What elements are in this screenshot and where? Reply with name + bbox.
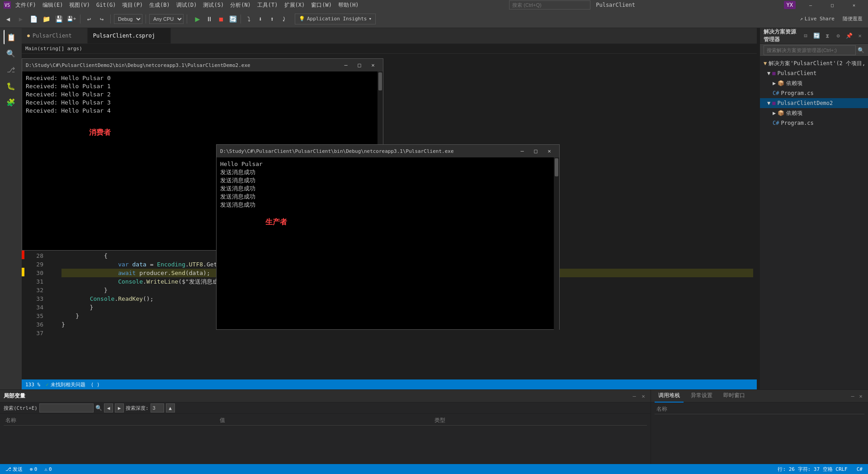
git-icon: ⎇ [5, 466, 11, 472]
menu-help[interactable]: 帮助(H) [336, 0, 361, 10]
search-back-btn[interactable]: ◀ [104, 403, 113, 412]
pin-icon[interactable]: 📌 [844, 31, 854, 40]
consumer-maximize-btn[interactable]: □ [353, 60, 366, 70]
activity-extensions[interactable]: 🧩 [4, 95, 18, 109]
menu-tools[interactable]: 工具(T) [255, 0, 280, 10]
search-depth-input[interactable] [151, 403, 164, 412]
refresh-icon[interactable]: 🔄 [812, 31, 821, 40]
member-label[interactable]: 随便逛逛 [840, 14, 865, 24]
local-vars-close-icon[interactable]: ✕ [640, 393, 647, 400]
call-stack-min-icon[interactable]: — [849, 393, 856, 400]
toolbar-save-all[interactable]: 💾+ [66, 14, 77, 24]
search-fwd-btn[interactable]: ▶ [115, 403, 124, 412]
producer-minimize-btn[interactable]: — [516, 146, 528, 156]
local-vars-minimize-icon[interactable]: — [631, 393, 638, 400]
menu-view[interactable]: 视图(V) [67, 0, 92, 10]
tab-immediate[interactable]: 即时窗口 [720, 390, 749, 403]
tab-exception-settings[interactable]: 异常设置 [687, 390, 716, 403]
live-share-button[interactable]: ↗ Live Share [796, 14, 838, 24]
toolbar-sep-4 [187, 14, 187, 24]
minimize-button[interactable]: — [800, 0, 821, 10]
toolbar-undo[interactable]: ↩ [84, 14, 94, 24]
consumer-minimize-btn[interactable]: — [340, 60, 352, 70]
run-to-cursor-btn[interactable]: ⤸ [278, 14, 289, 24]
menu-build[interactable]: 生成(B) [147, 0, 172, 10]
tab-call-stack[interactable]: 调用堆栈 [655, 390, 684, 403]
project-pulsarclientdemo2[interactable]: ▼ ■ PulsarClientDemo2 [760, 98, 868, 108]
close-button[interactable]: ✕ [844, 0, 864, 10]
pulsarclient-deps[interactable]: ▶ 📦 依赖项 [760, 78, 868, 88]
consumer-scroll-thumb[interactable] [378, 72, 382, 90]
git-branch-label: 发送 [13, 466, 23, 473]
pause-btn[interactable]: ⏸ [204, 14, 215, 24]
main-area: 📋 🔍 ⎇ 🐛 🧩 ● PulsarClient ✕ PulsarClient.… [0, 28, 868, 464]
menu-extensions[interactable]: 扩展(X) [283, 0, 307, 10]
collapse-all-icon[interactable]: ⊟ [801, 31, 810, 40]
step-out-btn[interactable]: ⬆ [267, 14, 278, 24]
insights-chevron: ▾ [368, 16, 372, 22]
producer-scrollbar[interactable] [554, 157, 559, 342]
producer-console-titlebar[interactable]: D:\Study\C#\PulsarClient\PulsarClient\bi… [217, 145, 559, 157]
activity-debug[interactable]: 🐛 [4, 79, 18, 93]
consumer-line-0: Received: Hello Pulsar 0 [26, 74, 379, 82]
git-branch-status[interactable]: ⎇ 发送 [4, 466, 24, 473]
menu-git[interactable]: Git(G) [94, 1, 118, 9]
local-vars-search-icon[interactable]: 🔍 [95, 405, 102, 411]
activity-git[interactable]: ⎇ [4, 62, 18, 77]
toolbar-redo[interactable]: ↪ [96, 14, 107, 24]
project-pulsarclient[interactable]: ▼ ■ PulsarClient [760, 68, 868, 78]
app-title: PulsarClient [596, 2, 635, 8]
proj-label-2: PulsarClientDemo2 [777, 100, 833, 106]
platform-select[interactable]: Any CPU [149, 14, 184, 24]
activity-search[interactable]: 🔍 [4, 46, 18, 61]
language-status[interactable]: C# [855, 466, 864, 472]
pulsarclientdemo2-deps[interactable]: ▶ 📦 依赖项 [760, 108, 868, 118]
toolbar-open[interactable]: 📁 [41, 14, 52, 24]
solution-root[interactable]: ▼ 解决方案'PulsarClient'(2 个项目, 共 2 个) [760, 58, 868, 68]
producer-console-window[interactable]: D:\Study\C#\PulsarClient\PulsarClient\bi… [216, 144, 560, 330]
line-col-status[interactable]: 行: 26 字符: 37 空格 CRLF [776, 466, 849, 473]
menu-file[interactable]: 文件(F) [14, 0, 38, 10]
producer-maximize-btn[interactable]: □ [529, 146, 542, 156]
consumer-close-btn[interactable]: ✕ [367, 60, 379, 70]
panel-close-icon[interactable]: ✕ [855, 31, 864, 40]
solution-settings-icon[interactable]: ⚙ [834, 31, 843, 40]
stop-btn[interactable]: ■ [216, 14, 226, 24]
maximize-button[interactable]: □ [822, 0, 843, 10]
depth-up-btn[interactable]: ▲ [166, 403, 175, 412]
insights-button[interactable]: 💡 Application Insights ▾ [295, 14, 376, 24]
step-into-btn[interactable]: ⬇ [255, 14, 266, 24]
cs-icon-2: C# [773, 120, 779, 126]
toolbar-save[interactable]: 💾 [53, 14, 64, 24]
restart-btn[interactable]: 🔄 [227, 14, 238, 24]
menu-project[interactable]: 项目(P) [120, 0, 145, 10]
filter-icon[interactable]: ⧗ [823, 31, 832, 40]
vs-logo: VS [4, 1, 11, 9]
deps-expand-icon-2: ▶ [773, 110, 776, 116]
local-vars-search-input[interactable] [39, 403, 94, 412]
step-over-btn[interactable]: ⤵ [243, 14, 254, 24]
producer-close-btn[interactable]: ✕ [543, 146, 556, 156]
error-status[interactable]: ⊗ 0 [28, 466, 39, 472]
pulsarclientdemo2-program[interactable]: C# Program.cs [760, 118, 868, 128]
pulsarclient-program[interactable]: C# Program.cs [760, 88, 868, 98]
consumer-console-titlebar[interactable]: D:\Study\C#\PulsarClientDemo2\bin\Debug\… [22, 59, 383, 71]
solution-search-input[interactable] [764, 45, 856, 55]
toolbar-new-file[interactable]: 📄 [28, 14, 39, 24]
toolbar-back-btn[interactable]: ◀ [3, 14, 14, 24]
menu-window[interactable]: 窗口(W) [309, 0, 334, 10]
activity-explorer[interactable]: 📋 [4, 30, 18, 44]
call-stack-close-icon[interactable]: ✕ [857, 393, 864, 400]
tab-pulsarclient-csproj[interactable]: PulsarClient.csproj ✕ [88, 28, 171, 43]
toolbar-forward-btn[interactable]: ▶ [15, 14, 26, 24]
tab-pulsarclient[interactable]: ● PulsarClient ✕ [22, 28, 88, 43]
menu-debug[interactable]: 调试(D) [175, 0, 199, 10]
menu-test[interactable]: 测试(S) [201, 0, 226, 10]
menu-edit[interactable]: 编辑(E) [41, 0, 65, 10]
global-search-input[interactable] [509, 0, 590, 9]
continue-btn[interactable]: ▶ [192, 14, 203, 24]
producer-scroll-thumb[interactable] [555, 158, 558, 176]
menu-analyze[interactable]: 分析(N) [228, 0, 253, 10]
warning-status[interactable]: ⚠ 0 [42, 466, 53, 472]
debug-config-select[interactable]: Debug [114, 14, 142, 24]
